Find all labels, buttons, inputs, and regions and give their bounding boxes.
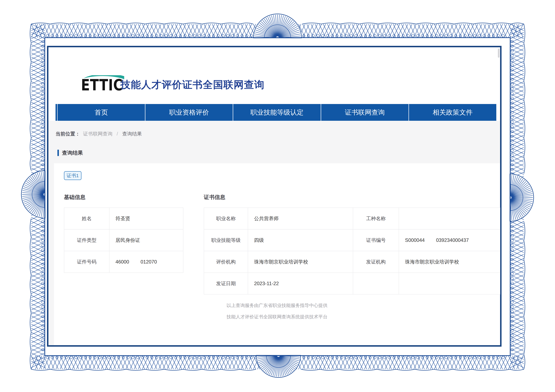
section-header: 查询结果 xyxy=(58,149,83,157)
breadcrumb-prefix: 当前位置： xyxy=(56,131,80,136)
label-cell: 发证日期 xyxy=(204,273,248,294)
certificate-query-page: ETTIC 技能人才评价证书全国联网查询 首页职业资格评价职业技能等级认定证书联… xyxy=(0,0,555,392)
ettic-logo: ETTIC xyxy=(70,74,124,95)
footer-note-1: 以上查询服务由广东省职业技能服务指导中心提供 xyxy=(54,302,500,309)
label-cell: 发证机构 xyxy=(353,251,399,273)
breadcrumb-separator: / xyxy=(117,131,118,136)
value-cell: 46000012070 xyxy=(109,251,183,273)
nav-item-2[interactable]: 职业资格评价 xyxy=(145,104,233,121)
value-cell xyxy=(399,208,500,229)
main-nav: 首页职业资格评价职业技能等级认定证书联网查询相关政策文件 xyxy=(56,104,496,121)
value-fragment: 公共营养师 xyxy=(254,216,279,221)
value-cell: 珠海市朗京职业培训学校 xyxy=(399,251,500,273)
breadcrumb: 当前位置： 证书联网查询 / 查询结果 xyxy=(56,131,142,137)
basic-info-title: 基础信息 xyxy=(64,194,85,201)
table-row: 职业名称公共营养师工种名称 xyxy=(204,208,500,229)
value-cell: 珠海市朗京职业培训学校 xyxy=(248,251,353,273)
value-cell: 公共营养师 xyxy=(248,208,353,229)
label-cell: 职业名称 xyxy=(204,208,248,229)
value-fragment: S000044 xyxy=(405,237,425,243)
cert-tab-button[interactable]: 证书1 xyxy=(64,171,81,180)
table-row: 姓名符圣贤 xyxy=(64,208,183,229)
logo-text: ETTIC xyxy=(81,76,123,94)
content-frame: ETTIC 技能人才评价证书全国联网查询 首页职业资格评价职业技能等级认定证书联… xyxy=(47,46,502,347)
nav-item-4[interactable]: 证书联网查询 xyxy=(321,104,409,121)
table-row: 证件号码46000012070 xyxy=(64,251,183,273)
section-title: 查询结果 xyxy=(62,149,83,157)
table-row: 评价机构珠海市朗京职业培训学校发证机构珠海市朗京职业培训学校 xyxy=(204,251,500,273)
value-cell: S000044039234000437 xyxy=(399,229,500,251)
value-fragment: 居民身份证 xyxy=(116,237,140,243)
label-cell: 证书编号 xyxy=(353,229,399,251)
value-cell: 四级 xyxy=(248,229,353,251)
label-cell: 评价机构 xyxy=(204,251,248,273)
label-cell xyxy=(353,273,399,294)
cert-info-title: 证书信息 xyxy=(204,194,225,201)
basic-info-table: 姓名符圣贤证件类型居民身份证证件号码46000012070 xyxy=(64,207,183,273)
value-cell xyxy=(399,273,500,294)
value-fragment: 四级 xyxy=(254,237,264,243)
value-cell: 符圣贤 xyxy=(109,208,183,229)
footer-note-2: 技能人才评价证书全国联网查询系统提供技术平台 xyxy=(54,314,500,320)
label-cell: 职业技能等级 xyxy=(204,229,248,251)
value-fragment: 符圣贤 xyxy=(116,216,130,221)
label-cell: 姓名 xyxy=(64,208,109,229)
label-cell: 证件号码 xyxy=(64,251,109,273)
value-fragment: 珠海市朗京职业培训学校 xyxy=(405,259,459,265)
result-card: 证书1 基础信息 姓名符圣贤证件类型居民身份证证件号码46000012070 证… xyxy=(54,163,500,345)
nav-item-1[interactable]: 首页 xyxy=(57,104,145,121)
value-fragment: 039234000437 xyxy=(436,237,469,243)
breadcrumb-link-cert-query[interactable]: 证书联网查询 xyxy=(83,131,112,136)
site-title: 技能人才评价证书全国联网查询 xyxy=(121,74,264,95)
nav-item-5[interactable]: 相关政策文件 xyxy=(409,104,496,121)
table-row: 职业技能等级四级证书编号S000044039234000437 xyxy=(204,229,500,251)
section-accent-bar xyxy=(58,150,59,156)
value-fragment: 46000 xyxy=(116,259,129,265)
value-cell: 2023-11-22 xyxy=(248,273,353,294)
scrollbar-thumb[interactable] xyxy=(498,49,499,58)
cert-info-table: 职业名称公共营养师工种名称职业技能等级四级证书编号S00004403923400… xyxy=(204,207,500,294)
value-fragment: 012070 xyxy=(140,259,157,265)
label-cell: 工种名称 xyxy=(353,208,399,229)
label-cell: 证件类型 xyxy=(64,229,109,251)
table-row: 证件类型居民身份证 xyxy=(64,229,183,251)
table-row: 发证日期2023-11-22 xyxy=(204,273,500,294)
value-fragment: 2023-11-22 xyxy=(254,281,279,286)
value-fragment: 珠海市朗京职业培训学校 xyxy=(254,259,308,265)
value-cell: 居民身份证 xyxy=(109,229,183,251)
nav-item-3[interactable]: 职业技能等级认定 xyxy=(233,104,321,121)
breadcrumb-current-query-result[interactable]: 查询结果 xyxy=(122,131,142,136)
